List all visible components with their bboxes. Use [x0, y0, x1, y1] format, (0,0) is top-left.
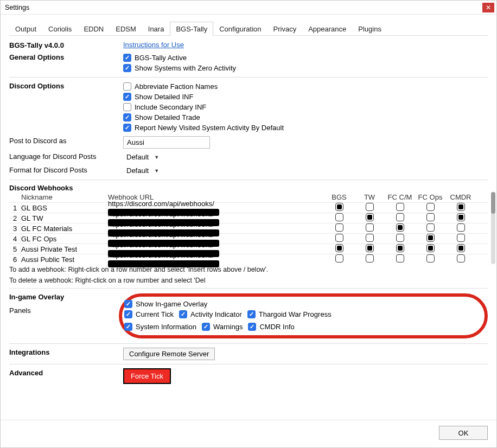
general-title: General Options [9, 53, 123, 61]
force-tick-button[interactable]: Force Tick [123, 368, 171, 384]
configure-remote-button[interactable]: Configure Remote Server [123, 348, 215, 360]
webhook-nickname[interactable]: GL TW [21, 214, 108, 222]
tab-bgs-tally[interactable]: BGS-Tally [170, 22, 213, 36]
webhook-flag-checkbox[interactable] [366, 244, 374, 252]
col-fcops: FC Ops [415, 193, 445, 201]
show-overlay-checkbox[interactable] [124, 300, 132, 308]
overlay-row: In-game Overlay Panels Show In-game Over… [9, 288, 488, 341]
webhook-flag-checkbox[interactable] [457, 244, 465, 252]
webhook-hint-del: To delete a webhook: Right-click on a ro… [9, 275, 488, 286]
webhook-nickname[interactable]: GL FC Ops [21, 235, 108, 243]
tab-appearance[interactable]: Appearance [302, 22, 352, 36]
webhooks-scrollbar[interactable] [491, 192, 495, 264]
row-number[interactable]: 3 [9, 223, 21, 233]
webhook-flag-checkbox[interactable] [457, 223, 465, 232]
tab-coriolis[interactable]: Coriolis [42, 22, 78, 36]
report-new-label: Report Newly Visited System Activity By … [135, 124, 284, 132]
webhook-flag-checkbox[interactable] [457, 213, 465, 221]
report-new-checkbox[interactable] [123, 124, 131, 132]
webhook-flag-checkbox[interactable] [426, 223, 435, 232]
advanced-row: Advanced Force Tick [9, 364, 488, 386]
panel-checkbox[interactable] [124, 310, 132, 318]
tab-edsm[interactable]: EDSM [110, 22, 142, 36]
webhook-flag-checkbox[interactable] [335, 234, 343, 242]
overlay-title: In-game Overlay [9, 293, 123, 301]
format-dropdown[interactable]: Default▼ [123, 165, 162, 176]
abbrev-checkbox[interactable] [123, 82, 131, 91]
webhook-flag-checkbox[interactable] [457, 234, 465, 242]
chevron-down-icon: ▼ [154, 168, 159, 174]
tab-eddn[interactable]: EDDN [78, 22, 110, 36]
webhook-flag-checkbox[interactable] [457, 254, 465, 263]
webhook-flag-checkbox[interactable] [396, 254, 404, 263]
overlay-labels: In-game Overlay Panels [9, 292, 123, 315]
titlebar: Settings ✕ [1, 1, 496, 15]
tab-output[interactable]: Output [9, 22, 42, 36]
webhook-nickname[interactable]: GL FC Materials [21, 225, 108, 233]
panel-checkbox[interactable] [124, 323, 132, 331]
panel-checkbox[interactable] [202, 323, 210, 331]
secondary-inf-checkbox[interactable] [123, 103, 131, 111]
webhook-nickname[interactable]: Aussi Public Test [21, 255, 108, 264]
zero-activity-checkbox[interactable] [123, 64, 131, 72]
webhook-url[interactable]: https://discord.com/api/webhooks/ [108, 251, 324, 267]
panel-checkbox[interactable] [247, 310, 256, 318]
instructions-link[interactable]: Instructions for Use [123, 41, 184, 49]
footer: OK [1, 420, 496, 447]
content-area: OutputCoriolisEDDNEDSMInaraBGS-TallyConf… [1, 15, 496, 420]
webhook-flag-checkbox[interactable] [335, 254, 343, 263]
bgs-active-checkbox[interactable] [123, 54, 131, 62]
webhook-flag-checkbox[interactable] [396, 244, 404, 252]
webhook-nickname[interactable]: GL BGS [21, 204, 108, 212]
webhook-row[interactable]: 6Aussi Public Testhttps://discord.com/ap… [9, 254, 488, 264]
webhook-flag-checkbox[interactable] [396, 223, 404, 232]
webhook-flag-checkbox[interactable] [366, 234, 374, 242]
webhook-flag-checkbox[interactable] [426, 203, 435, 211]
detailed-trade-checkbox[interactable] [123, 113, 131, 121]
webhook-flag-checkbox[interactable] [396, 213, 404, 221]
discord-row: Discord Options Abbreviate Faction Names… [9, 77, 488, 135]
tab-configuration[interactable]: Configuration [213, 22, 267, 36]
webhook-flag-checkbox[interactable] [426, 254, 435, 263]
webhook-flag-checkbox[interactable] [335, 223, 343, 232]
webhook-flag-checkbox[interactable] [457, 203, 465, 211]
zero-activity-label: Show Systems with Zero Activity [135, 64, 236, 72]
panel-checkbox[interactable] [248, 323, 256, 331]
tab-inara[interactable]: Inara [142, 22, 170, 36]
row-number[interactable]: 1 [9, 203, 21, 213]
post-as-row: Post to Discord as [9, 135, 488, 150]
integrations-title: Integrations [9, 348, 123, 356]
panel-checkbox[interactable] [179, 310, 187, 318]
webhook-flag-checkbox[interactable] [426, 244, 435, 252]
webhook-flag-checkbox[interactable] [426, 213, 435, 221]
webhook-flag-checkbox[interactable] [366, 254, 374, 263]
lang-dropdown[interactable]: Default▼ [123, 152, 162, 162]
panel-label: Warnings [213, 323, 243, 331]
row-number[interactable]: 4 [9, 234, 21, 244]
plugin-version: BGS-Tally v4.0.0 [9, 41, 123, 49]
webhook-flag-checkbox[interactable] [366, 213, 374, 221]
ok-button[interactable]: OK [439, 426, 488, 440]
detailed-inf-checkbox[interactable] [123, 93, 131, 101]
chevron-down-icon: ▼ [154, 155, 159, 160]
discord-title: Discord Options [9, 81, 123, 90]
webhook-flag-checkbox[interactable] [335, 213, 343, 221]
webhook-flag-checkbox[interactable] [366, 223, 374, 232]
webhook-flag-checkbox[interactable] [396, 203, 404, 211]
webhook-nickname[interactable]: Aussi Private Test [21, 245, 108, 253]
webhook-flag-checkbox[interactable] [335, 203, 343, 211]
tab-plugins[interactable]: Plugins [352, 22, 387, 36]
row-number[interactable]: 6 [9, 254, 21, 264]
webhook-flag-checkbox[interactable] [396, 234, 404, 242]
webhook-flag-checkbox[interactable] [426, 234, 435, 242]
tab-privacy[interactable]: Privacy [267, 22, 303, 36]
row-number[interactable]: 5 [9, 244, 21, 254]
post-as-input[interactable] [123, 136, 210, 149]
panel-label: System Information [136, 323, 196, 331]
webhook-flag-checkbox[interactable] [366, 203, 374, 211]
close-icon[interactable]: ✕ [482, 3, 494, 12]
post-as-label: Post to Discord as [9, 136, 123, 145]
row-number[interactable]: 2 [9, 213, 21, 223]
webhook-flag-checkbox[interactable] [335, 244, 343, 252]
window-title: Settings [5, 4, 29, 11]
